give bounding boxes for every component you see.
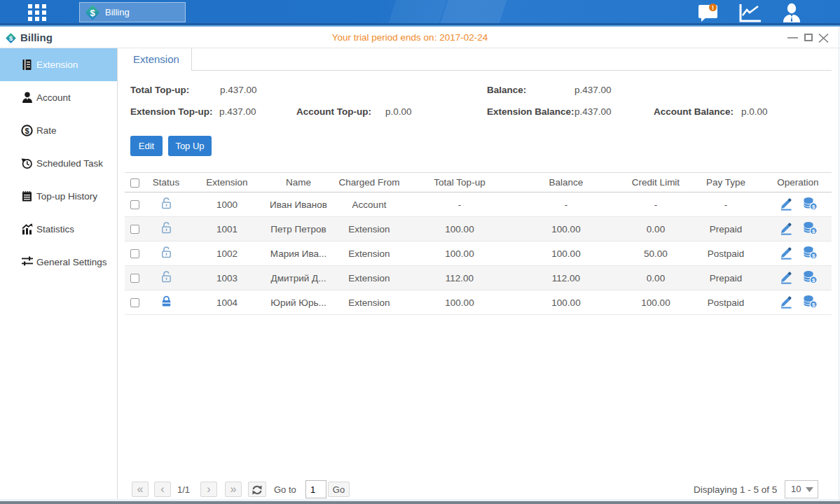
svg-text:$: $ (25, 127, 29, 135)
svg-text:$: $ (90, 7, 95, 18)
svg-text:$: $ (811, 227, 815, 234)
svg-text:$: $ (811, 252, 815, 258)
svg-text:$: $ (811, 301, 815, 307)
svg-text:$: $ (811, 203, 815, 209)
svg-text:$: $ (811, 276, 815, 283)
svg-text:!: ! (712, 4, 714, 11)
